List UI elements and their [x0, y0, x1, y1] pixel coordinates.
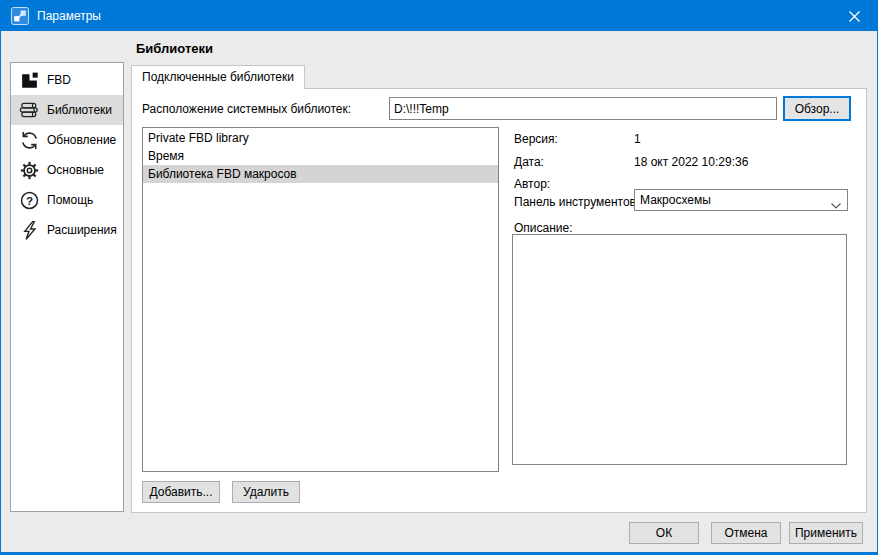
date-value: 18 окт 2022 10:29:36 — [634, 153, 748, 171]
remove-button[interactable]: Удалить — [232, 481, 300, 503]
tab-connected-libraries[interactable]: Подключенные библиотеки — [131, 65, 305, 89]
app-icon — [11, 7, 29, 25]
sidebar-item-label: Помощь — [47, 193, 93, 207]
apply-button[interactable]: Применить — [789, 522, 863, 544]
gear-icon — [19, 160, 40, 181]
toolbar-combobox[interactable]: Макросхемы — [634, 189, 848, 211]
date-label: Дата: — [514, 153, 544, 171]
close-button[interactable] — [831, 1, 877, 31]
library-listbox: Private FBD library Время Библиотека FBD… — [142, 127, 499, 472]
system-libraries-path-input[interactable] — [389, 97, 777, 120]
sidebar-item-label: Библиотеки — [47, 103, 112, 117]
window-title: Параметры — [37, 9, 101, 23]
ok-button[interactable]: ОК — [629, 522, 699, 544]
question-icon: ? — [19, 190, 40, 211]
refresh-icon — [19, 130, 40, 151]
cancel-button[interactable]: Отмена — [711, 522, 781, 544]
list-item[interactable]: Private FBD library — [143, 129, 498, 147]
chevron-down-icon — [831, 198, 841, 212]
browse-button[interactable]: Обзор... — [783, 96, 851, 121]
sidebar-item-fbd[interactable]: FBD — [11, 65, 123, 95]
sidebar-item-libraries[interactable]: Библиотеки — [11, 95, 123, 125]
sidebar-item-general[interactable]: Основные — [11, 155, 123, 185]
svg-text:?: ? — [26, 194, 33, 206]
list-item[interactable]: Библиотека FBD макросов — [143, 165, 498, 183]
fbd-blocks-icon — [19, 70, 40, 91]
sidebar-item-label: FBD — [47, 73, 71, 87]
description-textarea[interactable] — [512, 234, 847, 465]
sidebar-item-label: Основные — [47, 163, 104, 177]
version-label: Версия: — [514, 130, 558, 148]
sidebar-item-label: Расширения — [47, 223, 117, 237]
parameters-dialog: Параметры Библиотеки FBD — [0, 0, 878, 555]
version-value: 1 — [634, 130, 641, 148]
list-item[interactable]: Время — [143, 147, 498, 165]
books-icon — [19, 100, 40, 121]
lightning-icon — [19, 220, 40, 241]
system-libraries-path-label: Расположение системных библиотек: — [142, 98, 351, 120]
sidebar: FBD Библиотеки — [10, 62, 124, 512]
titlebar: Параметры — [1, 1, 877, 31]
sidebar-item-help[interactable]: ? Помощь — [11, 185, 123, 215]
author-label: Автор: — [514, 175, 550, 193]
page-title: Библиотеки — [136, 41, 213, 56]
sidebar-item-label: Обновление — [47, 133, 116, 147]
sidebar-item-extensions[interactable]: Расширения — [11, 215, 123, 245]
add-button[interactable]: Добавить... — [142, 481, 220, 503]
sidebar-item-update[interactable]: Обновление — [11, 125, 123, 155]
toolbar-combobox-value: Макросхемы — [640, 193, 711, 207]
window-bottom-border — [1, 552, 877, 554]
close-icon — [849, 11, 860, 22]
toolbar-label: Панель инструментов: — [514, 193, 639, 211]
tab-pane: Расположение системных библиотек: Обзор.… — [131, 88, 867, 513]
